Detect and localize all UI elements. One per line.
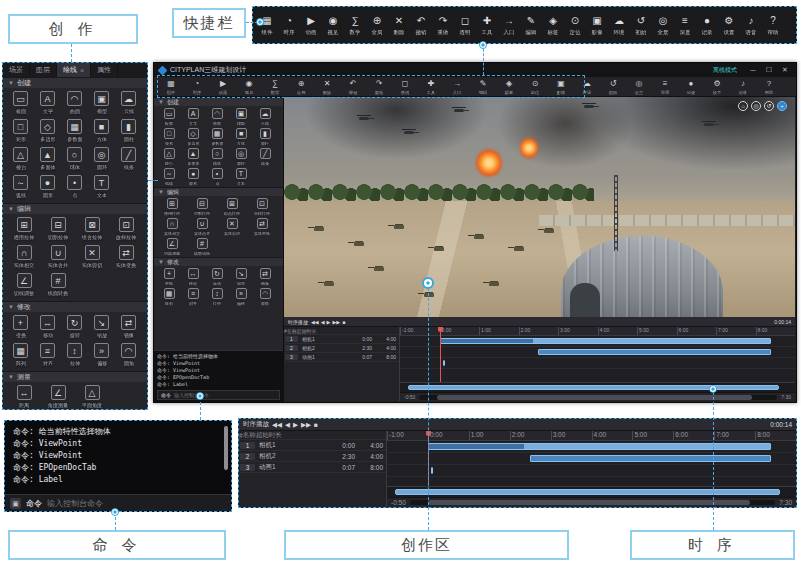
tool-button[interactable]: ～ 弧线	[157, 168, 181, 186]
quick-toolbar-button[interactable]: ∑ 数学	[344, 14, 366, 37]
tool-button[interactable]: ∪ 实体合并	[187, 218, 217, 236]
tool-button[interactable]: T 文本	[88, 175, 115, 200]
toolbar-button[interactable]: ◉ 视见	[236, 79, 262, 95]
toolbar-button[interactable]: ◻ 透明	[392, 79, 418, 95]
toolbar-button[interactable]: ∑ 数学	[262, 79, 288, 95]
section-header-edit[interactable]: ▼编辑	[3, 203, 147, 214]
toolbar-button[interactable]: ● 记录	[678, 79, 704, 95]
tool-button[interactable]: ⊠ 组合拉伸	[217, 198, 247, 216]
tab-close-icon[interactable]: ×	[80, 67, 84, 74]
section-header-modify[interactable]: ▼修改	[154, 257, 283, 266]
quick-toolbar-button[interactable]: ◔ 时序	[278, 14, 300, 37]
tool-button[interactable]: ▭ 板面	[157, 108, 181, 126]
toolbar-button[interactable]: ◎ 全景	[626, 79, 652, 95]
tool-button[interactable]: • 点	[61, 175, 88, 200]
quick-toolbar-button[interactable]: ◎ 全景	[652, 14, 674, 37]
tool-button[interactable]: ◠ 圆角	[115, 343, 142, 368]
timeline-row[interactable]: 1 相机1 0:00 4:00	[239, 440, 386, 451]
quick-toolbar-button[interactable]: ≡ 深度	[674, 14, 696, 37]
tool-button[interactable]: ▮ 圆柱	[253, 128, 277, 146]
close-button[interactable]: ✕	[779, 66, 791, 74]
quick-toolbar-button[interactable]: → 入口	[498, 14, 520, 37]
tool-button[interactable]: » 偏移	[229, 288, 253, 306]
tool-button[interactable]: ∠ 切线调整	[7, 273, 41, 298]
console-input[interactable]	[47, 499, 226, 508]
toolbar-button[interactable]: ▶ 动画	[210, 79, 236, 95]
section-header-measure[interactable]: ▼测量	[3, 371, 147, 382]
tool-button[interactable]: ▮ 圆柱	[115, 119, 142, 144]
tool-button[interactable]: ≡ 对齐	[34, 343, 61, 368]
quick-toolbar-button[interactable]: ▶ 动画	[300, 14, 322, 37]
tool-button[interactable]: ✕ 实体剪切	[217, 218, 247, 236]
toolbar-button[interactable]: ⊕ 全局	[288, 79, 314, 95]
tool-button[interactable]: ∩ 实体相交	[157, 218, 187, 236]
tool-button[interactable]: ⇄ 实体变换	[247, 218, 277, 236]
tool-button[interactable]: △ 平面角度	[75, 385, 109, 410]
timeline-clip-bar[interactable]	[530, 455, 771, 462]
tool-button[interactable]: ◎ 圆环	[229, 148, 253, 166]
tool-button[interactable]: ↻ 旋转	[61, 315, 88, 340]
tool-button[interactable]: ▲ 多面体	[34, 147, 61, 172]
timeline-row[interactable]: 1 相机1 0:00 4:00	[284, 335, 399, 344]
timeline-lane[interactable]	[387, 441, 796, 453]
tool-button[interactable]: ∠ 切线调整	[157, 238, 187, 256]
toolbar-button[interactable]: ⊙ 定位	[522, 79, 548, 95]
toolbar-button[interactable]: ≡ 深度	[652, 79, 678, 95]
tool-button[interactable]: » 偏移	[88, 343, 115, 368]
tool-button[interactable]: ◎ 圆环	[88, 147, 115, 172]
tool-button[interactable]: ◠ 曲面	[61, 91, 88, 116]
maximize-button[interactable]: ☐	[763, 66, 775, 74]
quick-toolbar-button[interactable]: ↺ 初始	[630, 14, 652, 37]
tool-button[interactable]: + 变换	[157, 268, 181, 286]
timeline-overview-bar[interactable]	[408, 385, 779, 390]
toolbar-button[interactable]: ▣ 影像	[548, 79, 574, 95]
tool-button[interactable]: T 文本	[229, 168, 253, 186]
transport-button[interactable]: ▶	[293, 421, 298, 429]
tool-button[interactable]: ⊠ 组合拉伸	[75, 217, 109, 242]
quick-toolbar-button[interactable]: ✎ 编辑	[520, 14, 542, 37]
playhead[interactable]	[440, 327, 441, 382]
tool-button[interactable]: ⊟ 切割拉伸	[187, 198, 217, 216]
tool-button[interactable]: ◠ 曲面	[205, 108, 229, 126]
tool-button[interactable]: ▦ 参数面	[205, 128, 229, 146]
tool-button[interactable]: ✕ 实体剪切	[75, 245, 109, 270]
timeline-row[interactable]: 3 动画1 0:07 8:00	[284, 353, 399, 362]
title-bar[interactable]: CITYPLAN三维规划设计 离线模式 ─ ☐ ✕	[154, 63, 796, 77]
tool-button[interactable]: ↘ 缩放	[88, 315, 115, 340]
timeline-clip-bar[interactable]	[431, 467, 433, 474]
quick-toolbar-button[interactable]: ☁ 环境	[608, 14, 630, 37]
transport-button[interactable]: ◀	[321, 319, 325, 325]
tool-button[interactable]: ◇ 多边形	[181, 128, 205, 146]
quick-toolbar-button[interactable]: ◉ 视见	[322, 14, 344, 37]
section-header-create[interactable]: ▼创建	[154, 97, 283, 106]
toolbar-button[interactable]: ↶ 撤销	[340, 79, 366, 95]
timeline-lane[interactable]	[400, 347, 795, 358]
tool-button[interactable]: ☁ 云线	[253, 108, 277, 126]
quick-toolbar-button[interactable]: ● 记录	[696, 14, 718, 37]
tool-button[interactable]: ～ 弧线	[7, 175, 34, 200]
tool-button[interactable]: ↘ 缩放	[229, 268, 253, 286]
timeline-scrollbar[interactable]	[419, 395, 777, 400]
viewport-nav-button[interactable]: ◎	[751, 101, 761, 111]
toolbar-button[interactable]: ↷ 重做	[366, 79, 392, 95]
tool-button[interactable]: ● 圆形	[34, 175, 61, 200]
console-scrollbar[interactable]	[224, 426, 228, 470]
timeline-row[interactable]: 3 动画1 0:07 8:00	[239, 462, 386, 473]
tool-button[interactable]: ⊟ 切割拉伸	[41, 217, 75, 242]
tool-button[interactable]: ▣ 模型	[229, 108, 253, 126]
transport-button[interactable]: ◀◀	[272, 421, 282, 429]
quick-toolbar-button[interactable]: ◻ 透明	[454, 14, 476, 37]
quick-toolbar-button[interactable]: ⊕ 全局	[366, 14, 388, 37]
tool-button[interactable]: ▣ 模型	[88, 91, 115, 116]
quick-toolbar-button[interactable]: ↶ 撤销	[410, 14, 432, 37]
transport-button[interactable]: ▶▶	[332, 319, 340, 325]
scrollbar-thumb[interactable]	[428, 500, 750, 505]
tool-button[interactable]: ○ 球体	[205, 148, 229, 166]
timeline-row[interactable]: 2 相机2 2:30 4:00	[239, 451, 386, 462]
tool-button[interactable]: ▲ 多面体	[181, 148, 205, 166]
timeline-clip-bar[interactable]	[440, 338, 772, 344]
tool-button[interactable]: ≡ 对齐	[181, 288, 205, 306]
tool-button[interactable]: ↻ 旋转	[205, 268, 229, 286]
tool-button[interactable]: ↕ 拉伸	[205, 288, 229, 306]
tool-button[interactable]: # 线面转换	[41, 273, 75, 298]
